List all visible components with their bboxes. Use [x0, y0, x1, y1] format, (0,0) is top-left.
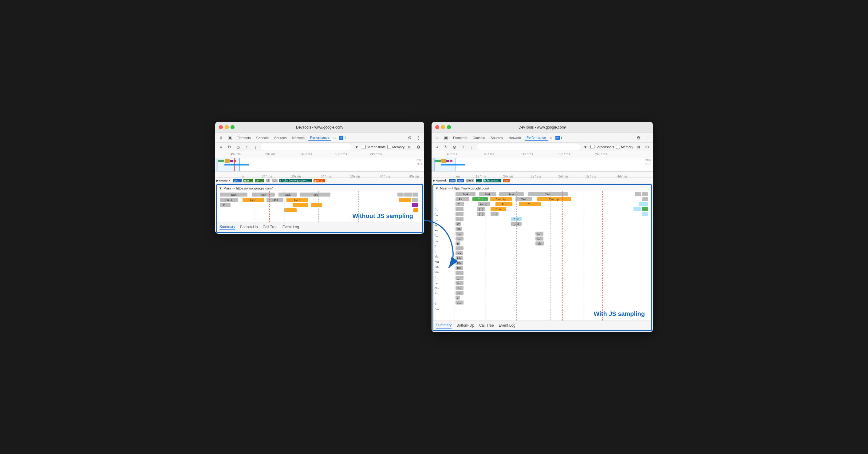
maximize-button-right[interactable]: [447, 125, 451, 129]
r-bar-end1[interactable]: [642, 197, 648, 201]
tab-eventlog-right[interactable]: Event Log: [499, 323, 516, 328]
clear-icon-right[interactable]: ⊘: [451, 144, 458, 150]
r-p52[interactable]: (...): [477, 212, 485, 216]
r-zla[interactable]: zla: [535, 242, 544, 246]
close-button-right[interactable]: [435, 125, 439, 129]
collapse-icon-right[interactable]: ▼: [435, 187, 439, 190]
settings2-icon-left[interactable]: ⚙: [415, 144, 422, 150]
memory-label-left[interactable]: Memory: [387, 145, 404, 149]
tab-bottomup-left[interactable]: Bottom-Up: [240, 225, 257, 230]
dropdown-left[interactable]: ▾: [353, 144, 360, 150]
tab-performance-left[interactable]: Performance: [308, 135, 331, 141]
address-input-right[interactable]: www.google.com #1: [477, 144, 580, 150]
memory-checkbox-right[interactable]: [616, 145, 620, 149]
r-task-5[interactable]: [635, 192, 641, 196]
r-p11[interactable]: p: [456, 242, 460, 246]
r-lb-3[interactable]: [642, 212, 648, 216]
address-input-left[interactable]: www.google.com #1: [261, 144, 351, 150]
screenshots-label-right[interactable]: Screenshots: [590, 145, 614, 149]
r-task-1[interactable]: Task: [456, 192, 475, 196]
more-tabs-right[interactable]: »: [550, 135, 552, 141]
tab-eventlog-left[interactable]: Event Log: [282, 225, 299, 230]
yellow-e-bar2[interactable]: [311, 203, 322, 207]
y-bar-4[interactable]: [284, 208, 297, 212]
layers-icon[interactable]: ▣: [226, 135, 233, 141]
tab-sources-left[interactable]: Sources: [272, 135, 288, 140]
screenshots-label-left[interactable]: Screenshots: [362, 145, 385, 149]
layers-icon-right[interactable]: ▣: [443, 135, 450, 141]
tab-calltree-right[interactable]: Call Tree: [479, 323, 494, 328]
r-lb-1[interactable]: [639, 202, 648, 206]
r-task-3[interactable]: Task: [499, 192, 524, 196]
upload-icon-right[interactable]: ↑: [460, 144, 467, 150]
tab-elements-right[interactable]: Elements: [451, 135, 469, 140]
reload-icon-left[interactable]: ↻: [226, 144, 233, 150]
maximize-button-left[interactable]: [230, 125, 235, 129]
task-bar-l1[interactable]: Task: [220, 193, 247, 197]
r-as[interactable]: (a...s): [478, 202, 490, 206]
tab-console-left[interactable]: Console: [254, 135, 271, 140]
r-task-m[interactable]: Task: [516, 197, 532, 201]
r-p121[interactable]: (...): [456, 246, 464, 250]
task-bar-l3[interactable]: Task: [278, 193, 297, 197]
record-icon-right[interactable]: ●: [434, 144, 441, 150]
task-bar-l6[interactable]: [404, 193, 412, 197]
r-p53[interactable]: (...): [491, 212, 499, 216]
r-task-2[interactable]: Task: [479, 192, 496, 196]
e-bar[interactable]: E...: [220, 203, 230, 207]
r-bla[interactable]: Bla: [456, 261, 463, 265]
r-w[interactable]: W: [456, 222, 461, 226]
tab-bottomup-right[interactable]: Bottom-Up: [457, 323, 474, 328]
tab-sources-right[interactable]: Sources: [489, 135, 505, 140]
r-n[interactable]: N...: [456, 281, 464, 285]
settings-icon-left[interactable]: ⚙: [406, 135, 413, 141]
task-bar-l2[interactable]: Task: [252, 193, 275, 197]
memory-label-right[interactable]: Memory: [616, 145, 633, 149]
settings2-icon-right[interactable]: ⚙: [644, 144, 650, 150]
tab-console-right[interactable]: Console: [471, 135, 487, 140]
r-hla[interactable]: Hla: [456, 256, 463, 260]
r-d[interactable]: d: [456, 295, 460, 300]
r-tr[interactable]: t...r: [456, 291, 464, 295]
r-e[interactable]: E...: [456, 202, 464, 206]
tab-summary-left[interactable]: Summary: [219, 225, 235, 230]
r-kla[interactable]: Kla: [456, 266, 463, 270]
r-fl[interactable]: F...l: [495, 202, 513, 206]
gray-bar-r[interactable]: [412, 198, 418, 202]
tab-network-right[interactable]: Network: [507, 135, 523, 140]
r-task-4[interactable]: Task: [528, 192, 568, 196]
r-ea[interactable]: ea: [456, 227, 462, 231]
more-options-right[interactable]: ⋮: [644, 135, 650, 141]
settings-icon-right[interactable]: ⚙: [635, 135, 642, 141]
r-r[interactable]: R...: [519, 202, 541, 206]
cursor-icon-right[interactable]: ⌗: [434, 135, 441, 141]
minimize-button-right[interactable]: [441, 125, 445, 129]
r-p92[interactable]: (...): [535, 232, 544, 236]
close-button-left[interactable]: [219, 125, 223, 129]
evt-bar-2[interactable]: Ev...t: [286, 198, 308, 202]
r-p91[interactable]: (...): [456, 232, 464, 236]
r-task-6[interactable]: [642, 192, 648, 196]
reload-icon-right[interactable]: ↻: [443, 144, 450, 150]
r-a[interactable]: A...: [456, 301, 464, 305]
orange-bar[interactable]: [413, 208, 418, 212]
dropdown-right[interactable]: ▾: [582, 144, 589, 150]
memory-icon-left[interactable]: ⊞: [406, 144, 413, 150]
record-icon-left[interactable]: ●: [218, 144, 224, 150]
r-p42[interactable]: (...): [477, 207, 485, 211]
more-options-left[interactable]: ⋮: [415, 135, 422, 141]
cursor-icon[interactable]: ⌗: [218, 135, 224, 141]
tab-summary-right[interactable]: Summary: [436, 323, 452, 329]
r-lb-2[interactable]: [633, 207, 641, 211]
tab-calltree-left[interactable]: Call Tree: [263, 225, 278, 230]
screenshots-checkbox-left[interactable]: [362, 145, 366, 149]
upload-icon-left[interactable]: ↑: [243, 144, 250, 150]
download-icon-right[interactable]: ↓: [468, 144, 475, 150]
more-tabs-left[interactable]: »: [333, 135, 336, 141]
memory-checkbox-left[interactable]: [387, 145, 391, 149]
evt-bar-1[interactable]: Ev...t: [243, 198, 264, 202]
r-be[interactable]: b...e: [491, 207, 506, 211]
collapse-icon-left[interactable]: ▼: [219, 187, 222, 190]
r-p102[interactable]: (...): [535, 236, 544, 240]
r-und[interactable]: _...: [456, 276, 464, 280]
